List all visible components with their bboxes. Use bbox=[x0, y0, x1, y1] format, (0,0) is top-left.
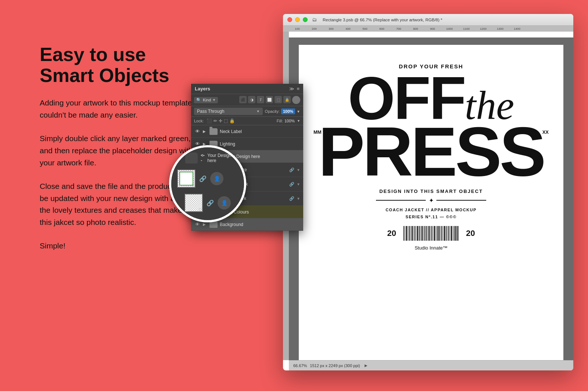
mag-divider bbox=[376, 200, 486, 201]
effect-filter-icon[interactable]: ⬚ bbox=[275, 96, 282, 103]
svg-rect-24 bbox=[437, 226, 438, 241]
svg-rect-8 bbox=[415, 226, 415, 241]
mag-subtitle: DESIGN INTO THIS SMART OBJECT bbox=[379, 189, 483, 194]
svg-rect-3 bbox=[408, 226, 408, 241]
svg-rect-11 bbox=[419, 226, 420, 241]
lock-move-icon[interactable]: ✛ bbox=[219, 118, 222, 123]
magnify-link-icon: 🔗 bbox=[199, 175, 207, 182]
layer-row[interactable]: 👁 ▶ Neck Label bbox=[191, 125, 303, 138]
ruler-tick: 600 bbox=[373, 27, 390, 31]
svg-rect-35 bbox=[453, 226, 453, 241]
svg-rect-0 bbox=[404, 226, 404, 241]
main-heading: Easy to use Smart Objects bbox=[40, 44, 194, 86]
magnify-thumbnails: ⬚ 🔗 👤 ⬚ 🔗 👤 bbox=[171, 167, 244, 214]
svg-rect-7 bbox=[413, 226, 414, 241]
mag-mm: MM bbox=[313, 129, 322, 135]
lock-position-icon[interactable]: ✏ bbox=[214, 118, 217, 123]
svg-rect-17 bbox=[427, 226, 428, 241]
lock-pixels-icon[interactable]: ⬛ bbox=[207, 118, 212, 123]
folder-icon bbox=[209, 128, 218, 135]
svg-rect-12 bbox=[420, 226, 421, 241]
svg-rect-28 bbox=[443, 226, 443, 241]
svg-rect-25 bbox=[438, 226, 440, 241]
svg-rect-16 bbox=[426, 226, 427, 241]
layers-expand-icon[interactable]: ≫ bbox=[289, 86, 294, 92]
magnify-dashes: <--- bbox=[201, 153, 204, 163]
magnify-inner: ▼ <--- Your Design here ⬚ 🔗 👤 ⬚ bbox=[171, 147, 244, 220]
mag-product-info: COACH JACKET // APPAREL MOCKUP SERIES Nº… bbox=[386, 207, 477, 220]
layer-name: Your Design here bbox=[226, 154, 300, 159]
layer-visibility-eye[interactable]: 👁 bbox=[194, 129, 201, 134]
svg-rect-33 bbox=[450, 226, 450, 241]
magnify-thumb-row-2: ⬚ 🔗 👤 bbox=[184, 191, 238, 214]
svg-rect-39 bbox=[458, 226, 459, 241]
layers-menu-icon[interactable]: ≡ bbox=[297, 86, 300, 92]
magnify-thumb-icon-1: 👤 bbox=[210, 172, 223, 185]
lock-row: Lock: ⬛ ✏ ✛ ⬚ 🔒 Fill: 100% ▼ bbox=[191, 117, 303, 125]
svg-rect-30 bbox=[446, 226, 447, 241]
layer-options-arrow[interactable]: ▼ bbox=[297, 197, 300, 201]
paragraph-4: Simple! bbox=[40, 240, 194, 252]
blend-mode-dropdown[interactable]: Pass Through ▼ bbox=[194, 108, 263, 115]
smart-object-filter-icon[interactable]: ⬜ bbox=[266, 96, 273, 103]
ruler-tick: 400 bbox=[340, 27, 356, 31]
svg-rect-23 bbox=[436, 226, 436, 241]
svg-rect-6 bbox=[412, 226, 413, 241]
layer-expand-arrow[interactable]: ▶ bbox=[203, 222, 207, 226]
layer-expand-arrow[interactable]: ▶ bbox=[203, 129, 207, 133]
layers-panel-title: Layers bbox=[195, 86, 210, 92]
magnify-folder-icon bbox=[185, 153, 198, 164]
svg-rect-20 bbox=[431, 226, 432, 241]
ruler-tick: 300 bbox=[323, 27, 340, 31]
lock-filter-icon[interactable]: 🔒 bbox=[283, 96, 291, 103]
svg-rect-1 bbox=[405, 226, 405, 241]
svg-rect-27 bbox=[441, 226, 442, 241]
left-text-section: Easy to use Smart Objects Adding your ar… bbox=[40, 44, 194, 264]
layer-options-arrow[interactable]: ▼ bbox=[297, 168, 300, 172]
link-icon: 🔗 bbox=[289, 182, 294, 187]
pixel-filter-icon[interactable]: ⬛ bbox=[239, 96, 247, 103]
svg-rect-13 bbox=[422, 226, 423, 241]
layers-header-icons: ≫ ≡ bbox=[289, 86, 300, 92]
svg-rect-21 bbox=[433, 226, 433, 241]
canvas-area: MM XX DROP YOUR FRESH OFF the PRESS DESI… bbox=[289, 37, 573, 360]
svg-rect-14 bbox=[423, 226, 424, 241]
opacity-value[interactable]: 100% bbox=[281, 108, 295, 114]
svg-rect-19 bbox=[430, 226, 431, 241]
ruler-tick: 1000 bbox=[441, 27, 458, 31]
kind-dropdown[interactable]: 🔍 Kind ▼ bbox=[194, 97, 218, 103]
paragraph-2: Simply double click any layer marked gre… bbox=[40, 133, 194, 169]
link-icon: 🔗 bbox=[289, 196, 294, 201]
lock-artboard-icon[interactable]: ⬚ bbox=[224, 118, 228, 123]
magnify-circle: ▼ <--- Your Design here ⬚ 🔗 👤 ⬚ bbox=[169, 145, 246, 222]
minimize-button[interactable] bbox=[295, 17, 300, 22]
svg-rect-18 bbox=[429, 226, 430, 241]
status-bar: 66.67% 1512 px x 2249 px (300 ppi) ▶ bbox=[289, 360, 573, 370]
layer-name: Lighting bbox=[220, 141, 300, 147]
layer-visibility-eye[interactable]: 👁 bbox=[194, 222, 201, 227]
svg-rect-26 bbox=[440, 226, 441, 241]
mag-studio: Studio Innate™ bbox=[415, 245, 448, 251]
opacity-arrow[interactable]: ▼ bbox=[297, 110, 300, 114]
ruler-tick: 700 bbox=[390, 27, 407, 31]
type-filter-icon[interactable]: T bbox=[257, 96, 264, 103]
magnify-thumb-row-1: ⬚ 🔗 👤 bbox=[177, 167, 238, 190]
svg-rect-36 bbox=[454, 226, 455, 241]
adjustment-filter-icon[interactable]: ◑ bbox=[248, 96, 255, 103]
layers-header: Layers ≫ ≡ bbox=[191, 84, 303, 94]
mag-xx: XX bbox=[542, 129, 549, 135]
svg-rect-29 bbox=[444, 226, 445, 241]
svg-rect-32 bbox=[448, 226, 449, 241]
magnify-link-icon-2: 🔗 bbox=[207, 200, 214, 207]
layer-options-arrow[interactable]: ▼ bbox=[297, 182, 300, 186]
lock-all-icon[interactable]: 🔒 bbox=[229, 118, 235, 123]
svg-rect-9 bbox=[416, 226, 416, 241]
magnify-thumb-2: ⬚ bbox=[184, 194, 203, 212]
ruler-tick: 500 bbox=[356, 27, 373, 31]
link-icon: 🔗 bbox=[289, 168, 294, 172]
close-button[interactable] bbox=[287, 17, 292, 22]
filter-toggle[interactable] bbox=[292, 96, 300, 104]
layer-name: Neck Label bbox=[220, 129, 300, 134]
svg-rect-15 bbox=[424, 226, 425, 241]
maximize-button[interactable] bbox=[303, 17, 308, 22]
